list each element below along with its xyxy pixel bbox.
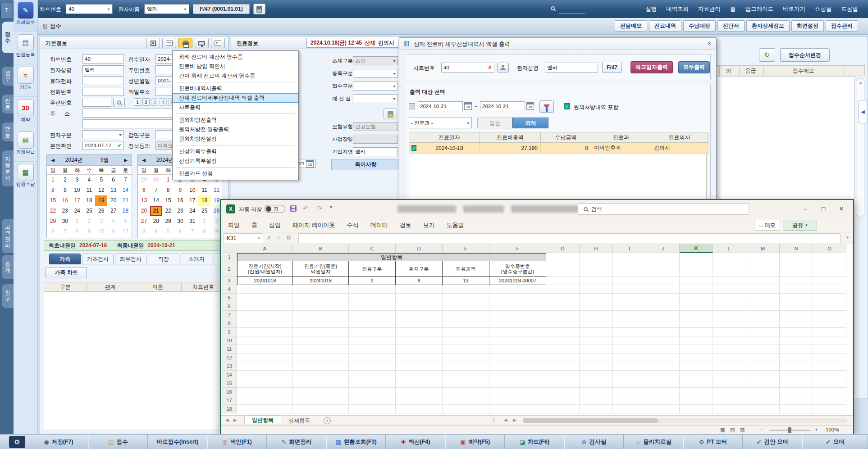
excel-cell[interactable] <box>546 371 580 379</box>
excel-cell[interactable] <box>349 405 396 413</box>
add-sheet-button[interactable]: + <box>324 417 331 424</box>
calendar-day[interactable]: 9 <box>59 185 71 195</box>
mobile-button[interactable] <box>384 109 397 119</box>
bottom-button[interactable]: ✔검안 오더 <box>743 435 802 449</box>
calendar-day[interactable]: 27 <box>107 206 119 216</box>
sidebar-tab[interactable]: 통 계 <box>2 255 14 279</box>
excel-cell[interactable] <box>813 396 846 405</box>
calendar-day[interactable]: 6 <box>107 175 119 185</box>
excel-row-number[interactable]: 13 <box>222 362 237 371</box>
reorder-button[interactable]: 접수순서변경 <box>780 48 830 62</box>
family-chart-button[interactable]: 가족 차트 <box>46 267 87 278</box>
excel-corner[interactable] <box>222 244 237 253</box>
excel-cell[interactable] <box>546 328 580 336</box>
ribbon-tab[interactable]: 도움말 <box>447 221 464 229</box>
sidebar-tab[interactable]: 원 무 <box>2 67 14 86</box>
excel-col-header[interactable]: K <box>680 244 713 253</box>
calendar-day[interactable]: 12 <box>119 227 132 237</box>
excel-cell[interactable] <box>396 362 443 371</box>
excel-row-number[interactable]: 8 <box>222 319 237 328</box>
calendar-day[interactable]: 7 <box>59 227 71 237</box>
sidebar-tab[interactable]: 청 구 <box>2 284 14 308</box>
excel-cell[interactable] <box>780 354 813 362</box>
excel-cell[interactable] <box>489 405 546 413</box>
excel-col-header[interactable]: B <box>293 244 349 253</box>
excel-cell[interactable] <box>780 371 813 379</box>
filter-button[interactable] <box>539 100 554 113</box>
excel-cell[interactable] <box>237 294 293 302</box>
view-layout-icon[interactable]: ▤ <box>730 427 735 433</box>
excel-cell[interactable] <box>293 302 349 311</box>
sidebar-item[interactable]: 30예약 <box>14 97 37 129</box>
excel-cell[interactable] <box>613 362 646 371</box>
excel-col-header[interactable]: M <box>746 244 780 253</box>
excel-cell[interactable] <box>613 354 646 362</box>
excel-cell[interactable] <box>780 277 813 285</box>
excel-cell[interactable] <box>746 354 780 362</box>
queue-scrollbar[interactable]: ▲ <box>857 78 864 218</box>
top-menu-item[interactable]: 자료관리 <box>698 5 721 13</box>
excel-cell[interactable] <box>813 354 846 362</box>
excel-cell[interactable] <box>646 277 680 285</box>
ribbon-tab[interactable]: 데이터 <box>370 221 388 229</box>
excel-cell[interactable] <box>680 345 713 354</box>
ribbon-tab[interactable]: 홈 <box>251 221 257 229</box>
print-menu-item[interactable]: 진료카드 설정 <box>173 169 298 178</box>
hscroll-left-icon[interactable]: ◀ <box>504 417 507 422</box>
excel-cell[interactable] <box>680 354 713 362</box>
family-tab[interactable]: 기초검사 <box>82 254 114 264</box>
excel-cell[interactable] <box>646 336 680 345</box>
calendar-day[interactable]: 18 <box>198 195 210 206</box>
excel-cell[interactable] <box>713 302 746 311</box>
excel-cell[interactable] <box>680 328 713 336</box>
excel-row-number[interactable]: 5 <box>222 294 237 302</box>
excel-row-number[interactable]: 10 <box>222 336 237 345</box>
header-button[interactable]: 접수관리 <box>826 20 858 32</box>
calendar-day[interactable]: 4 <box>107 216 119 227</box>
clinic-field-input[interactable] <box>353 135 398 144</box>
excel-cell[interactable] <box>780 345 813 354</box>
calendar-day[interactable]: 30 <box>59 216 71 227</box>
excel-cell[interactable] <box>813 285 846 294</box>
zoom-slider-thumb[interactable] <box>788 427 791 433</box>
excel-cell[interactable] <box>746 253 780 261</box>
bottom-button[interactable]: ✚백신(F4) <box>386 435 445 449</box>
calendar-day[interactable]: 15 <box>47 195 59 206</box>
excel-cell[interactable] <box>489 311 546 319</box>
excel-cell[interactable] <box>680 371 713 379</box>
excel-cell[interactable] <box>349 345 396 354</box>
self-confirm-input[interactable]: 2024-07-17✔ <box>82 141 124 150</box>
bottom-button[interactable]: ♨물리치료실 <box>624 435 683 449</box>
zoom-out-icon[interactable]: − <box>760 427 763 432</box>
excel-cell[interactable] <box>746 336 780 345</box>
excel-header-cell[interactable]: 진료과목 <box>443 261 489 277</box>
memo-button[interactable]: ▭메모 <box>754 220 780 231</box>
calendar-day[interactable]: 29 <box>47 216 59 227</box>
calendar-day[interactable]: 26 <box>95 206 107 216</box>
excel-cell[interactable] <box>646 362 680 371</box>
excel-cell[interactable] <box>443 405 489 413</box>
calendar-day[interactable]: 31 <box>186 216 198 227</box>
clinic-field-input[interactable]: 엘라 <box>353 147 398 156</box>
excel-cell[interactable] <box>349 371 396 379</box>
excel-row-number[interactable]: 3 <box>222 277 237 285</box>
ribbon-tab[interactable]: 수식 <box>347 221 359 229</box>
toggle-inpatient[interactable]: 입원 <box>477 118 512 128</box>
toggle-outpatient[interactable]: 외래 <box>512 118 548 128</box>
excel-cell[interactable] <box>580 379 613 388</box>
excel-cell[interactable] <box>580 294 613 302</box>
excel-cell[interactable] <box>546 277 580 285</box>
excel-cell[interactable] <box>580 285 613 294</box>
calendar-day[interactable]: 1 <box>47 175 59 185</box>
excel-cell[interactable] <box>396 311 443 319</box>
excel-row-number[interactable]: 7 <box>222 311 237 319</box>
calendar-day[interactable]: 1 <box>71 216 83 227</box>
field-input[interactable] <box>82 87 124 96</box>
calendar-day[interactable]: 14 <box>150 195 162 206</box>
excel-row-number[interactable]: 2 <box>222 261 237 277</box>
calendar-day[interactable]: 28 <box>119 206 132 216</box>
excel-cell[interactable] <box>396 354 443 362</box>
excel-cell[interactable] <box>489 328 546 336</box>
excel-row-number[interactable]: 9 <box>222 328 237 336</box>
excel-cell[interactable] <box>580 277 613 285</box>
